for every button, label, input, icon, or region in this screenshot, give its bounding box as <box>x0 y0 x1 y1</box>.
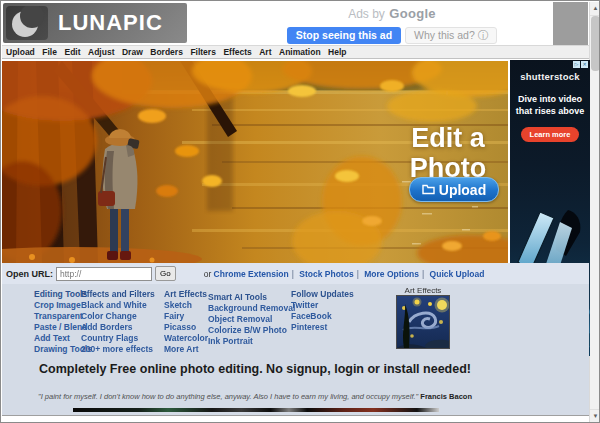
column-art-effects: Art Effects Sketch Fairy Picasso Waterco… <box>164 289 208 355</box>
starry-night-thumbnail[interactable] <box>396 295 450 349</box>
folder-icon <box>422 184 435 195</box>
ads-by-google-label: Ads by Google <box>286 4 498 22</box>
open-url-label: Open URL: <box>6 269 53 279</box>
lower-content-section: Open URL: Go or Chrome Extension| Stock … <box>2 263 589 416</box>
go-button[interactable]: Go <box>155 266 176 281</box>
starry-night-art <box>397 296 449 348</box>
upload-button[interactable]: Upload <box>409 177 499 202</box>
menu-effects[interactable]: Effects <box>223 47 251 57</box>
colorize-bw-link[interactable]: Colorize B/W Photo <box>208 325 295 336</box>
quote: "I paint for myself. I don't know how to… <box>2 392 508 401</box>
facebook-link[interactable]: FaceBook <box>291 311 354 322</box>
more-options-link[interactable]: More Options <box>364 269 419 279</box>
stock-photos-link[interactable]: Stock Photos <box>299 269 353 279</box>
moon-icon <box>6 6 48 40</box>
column-effects-filters: Effects and Filters Black and White Colo… <box>81 289 155 355</box>
scrollbar-thumb[interactable] <box>591 16 600 71</box>
fairy-link[interactable]: Fairy <box>164 311 208 322</box>
why-this-ad-button[interactable]: Why this ad? ⓘ <box>405 27 497 44</box>
add-borders-link[interactable]: Add Borders <box>81 322 155 333</box>
logo-text: LUNAPIC <box>58 10 163 36</box>
main-menu-bar: Upload File Edit Adjust Draw Borders Fil… <box>2 45 589 59</box>
ad-headline: Dive into video that rises above <box>510 93 590 117</box>
tagline: Completely Free online photo editing. No… <box>2 362 508 376</box>
scroll-up-icon[interactable]: ▲ <box>590 2 600 16</box>
object-removal-link[interactable]: Object Removal <box>208 314 295 325</box>
shutterstock-logo: shutterstock <box>510 71 590 82</box>
adchoices-icon[interactable]: ▷ <box>573 61 580 68</box>
menu-art[interactable]: Art <box>259 47 271 57</box>
country-flags-link[interactable]: Country Flags <box>81 333 155 344</box>
pinterest-link[interactable]: Pinterest <box>291 322 354 333</box>
vertical-scrollbar[interactable]: ▲ ▼ <box>589 2 600 423</box>
art-effects-header[interactable]: Art Effects <box>164 289 208 300</box>
smart-ai-tools-header[interactable]: Smart AI Tools <box>208 292 295 303</box>
quote-text: "I paint for myself. I don't know how to… <box>38 392 418 401</box>
hero-photo: Edit a Photo Upload <box>2 61 508 263</box>
upload-alternatives: or Chrome Extension| Stock Photos| More … <box>204 269 485 279</box>
follow-updates-header[interactable]: Follow Updates <box>291 289 354 300</box>
menu-adjust[interactable]: Adjust <box>88 47 114 57</box>
google-ad-header: Ads by Google Stop seeing this ad Why th… <box>286 4 498 44</box>
scroll-down-icon[interactable]: ▼ <box>590 409 600 423</box>
url-input[interactable] <box>56 267 152 281</box>
ad-close-icon[interactable]: ✕ <box>581 61 588 68</box>
more-art-link[interactable]: More Art <box>164 344 208 355</box>
ad-placeholder-block <box>553 2 588 46</box>
picasso-link[interactable]: Picasso <box>164 322 208 333</box>
black-white-link[interactable]: Black and White <box>81 300 155 311</box>
menu-animation[interactable]: Animation <box>279 47 321 57</box>
open-url-bar: Open URL: Go or Chrome Extension| Stock … <box>2 263 589 284</box>
menu-edit[interactable]: Edit <box>64 47 80 57</box>
menu-file[interactable]: File <box>42 47 57 57</box>
menu-help[interactable]: Help <box>328 47 346 57</box>
menu-filters[interactable]: Filters <box>190 47 216 57</box>
sketch-link[interactable]: Sketch <box>164 300 208 311</box>
lunapic-logo[interactable]: LUNAPIC <box>3 3 187 43</box>
google-logo-text: Google <box>389 6 436 21</box>
watercolor-link[interactable]: Watercolor <box>164 333 208 344</box>
effects-filters-header[interactable]: Effects and Filters <box>81 289 155 300</box>
ink-portrait-link[interactable]: Ink Portrait <box>208 336 295 347</box>
art-effects-thumb-label: Art Effects <box>395 286 451 295</box>
ad-choice-icons: ▷ ✕ <box>573 61 588 68</box>
menu-borders[interactable]: Borders <box>150 47 183 57</box>
menu-upload[interactable]: Upload <box>6 47 35 57</box>
column-smart-ai-tools: Smart AI Tools Background Removal Object… <box>208 292 295 347</box>
cropped-image-strip <box>73 408 439 412</box>
hero-headline: Edit a Photo <box>392 123 504 183</box>
quote-author: Francis Bacon <box>420 392 472 401</box>
stop-seeing-ad-button[interactable]: Stop seeing this ad <box>287 27 401 44</box>
column-follow-updates: Follow Updates Twitter FaceBook Pinteres… <box>291 289 354 333</box>
twitter-link[interactable]: Twitter <box>291 300 354 311</box>
background-removal-link[interactable]: Background Removal <box>208 303 295 314</box>
learn-more-button[interactable]: Learn more <box>521 127 579 142</box>
more-effects-link[interactable]: 200+ more effects <box>81 344 155 355</box>
chrome-extension-link[interactable]: Chrome Extension <box>214 269 289 279</box>
color-change-link[interactable]: Color Change <box>81 311 155 322</box>
quick-upload-link[interactable]: Quick Upload <box>430 269 485 279</box>
lunapic-page: LUNAPIC Ads by Google Stop seeing this a… <box>0 0 600 423</box>
menu-draw[interactable]: Draw <box>122 47 143 57</box>
